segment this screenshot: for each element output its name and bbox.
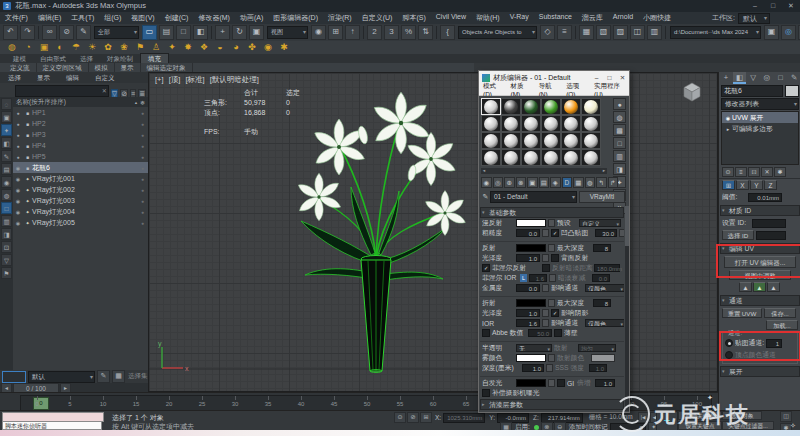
material-name-dropdown[interactable]: 01 - Default xyxy=(490,191,577,203)
material-sample-slot[interactable] xyxy=(481,132,501,149)
explorer-strip-icon[interactable]: ⚑ xyxy=(1,267,12,279)
menu-item[interactable]: 帮助(H) xyxy=(471,13,505,23)
modifier-stack-row[interactable]: ◉UVW 展开 xyxy=(722,112,798,123)
ribbon-tab-4[interactable]: 填充 xyxy=(140,53,169,63)
menu-item[interactable]: V-Ray xyxy=(505,13,534,23)
param-dropdown[interactable]: 自定义 xyxy=(579,219,621,227)
explorer-strip-icon[interactable]: ◧ xyxy=(1,137,12,149)
map-slot-button[interactable] xyxy=(542,319,549,327)
clear-search-icon[interactable]: ✕ xyxy=(102,86,107,96)
ribbon-tool-icon[interactable]: ☂ xyxy=(69,42,83,53)
visibility-icon[interactable]: ● xyxy=(13,154,23,160)
checkbox[interactable]: 补偿摄影机曝光 xyxy=(482,388,582,398)
reset-uvw-button[interactable]: 重置 UVW xyxy=(722,308,762,318)
snap-3d-icon[interactable]: 3 xyxy=(384,25,399,40)
minimize-button[interactable]: – xyxy=(746,2,764,10)
viewport-general-menu[interactable]: [+] xyxy=(155,75,164,84)
stack-tool-icon[interactable]: ⊙ xyxy=(722,167,734,177)
object-name-label[interactable]: VRay灯光003 xyxy=(32,196,75,206)
mat-tool-icon[interactable]: ↰ xyxy=(596,177,607,188)
mat-side-tool-icon[interactable]: ◨ xyxy=(613,163,626,175)
visibility-icon[interactable]: ● xyxy=(13,110,23,116)
viewport-shading-menu[interactable]: [默认明暗处理] xyxy=(210,75,259,84)
material-rollout[interactable]: 清漆层参数 xyxy=(480,399,624,410)
create-tab[interactable]: + xyxy=(719,72,733,84)
explorer-strip-icon[interactable]: ✦ xyxy=(1,124,12,136)
map-slot-button[interactable] xyxy=(549,274,556,282)
frozen-cell-icon[interactable]: ● xyxy=(141,176,144,182)
name-column-header[interactable]: 名称(按升序排序) xyxy=(13,98,134,107)
frozen-cell-icon[interactable]: ● xyxy=(141,110,144,116)
selection-filter-dropdown[interactable]: 全部 xyxy=(94,26,139,39)
checkbox[interactable]: GI xyxy=(557,379,577,387)
ribbon-subtab[interactable]: 定义流 xyxy=(4,63,37,72)
material-sample-slot[interactable] xyxy=(541,98,561,115)
map-slot-button[interactable] xyxy=(542,254,549,262)
ribbon-tool-icon[interactable]: ◍ xyxy=(5,42,19,53)
frozen-cell-icon[interactable]: ● xyxy=(141,198,144,204)
explorer-strip-icon[interactable]: ▤ xyxy=(1,163,12,175)
frozen-cell-icon[interactable]: ● xyxy=(141,209,144,215)
redo-icon[interactable]: ↷ xyxy=(20,25,35,40)
spinner-field[interactable]: 0.0 xyxy=(516,229,540,237)
material-sample-slot[interactable] xyxy=(521,132,541,149)
explorer-strip-icon[interactable]: ◍ xyxy=(1,189,12,201)
checkbox[interactable]: ✓影响阴影 xyxy=(551,308,599,318)
mat-tool-icon[interactable]: ◈ xyxy=(550,177,561,188)
select-object-icon[interactable]: ▭ xyxy=(142,25,157,40)
frozen-cell-icon[interactable]: ● xyxy=(141,154,144,160)
motion-tab[interactable]: ◎ xyxy=(760,72,774,84)
ribbon-tool-icon[interactable]: ❀ xyxy=(117,42,131,53)
ribbon-tool-icon[interactable]: ⚑ xyxy=(133,42,147,53)
modifier-toggle-icon[interactable]: ▸ xyxy=(724,126,732,132)
color-swatch[interactable] xyxy=(516,219,546,227)
material-sample-slot[interactable] xyxy=(561,132,581,149)
maximize-button[interactable]: □ xyxy=(764,2,782,10)
map-slot-button[interactable] xyxy=(548,219,555,227)
load-uvw-button[interactable]: 加载... xyxy=(766,320,798,330)
select-move-icon[interactable]: + xyxy=(215,25,230,40)
explorer-row[interactable]: ●■HP4● xyxy=(13,140,148,151)
rect-region-icon[interactable]: □ xyxy=(176,25,191,40)
object-name-label[interactable]: HP2 xyxy=(32,120,46,127)
preset-dropdown[interactable]: 默认 xyxy=(28,371,95,383)
menu-item[interactable]: Substance xyxy=(534,13,577,23)
close-button[interactable]: ✕ xyxy=(782,2,800,10)
y-coord-field[interactable]: -0.0mm xyxy=(497,413,529,423)
explorer-row[interactable]: ●■HP1● xyxy=(13,107,148,118)
color-swatch[interactable] xyxy=(591,354,615,362)
ribbon-tool-icon[interactable]: ◕ xyxy=(229,42,243,53)
scene-explorer-icon[interactable]: ▦ xyxy=(579,25,594,40)
maxscript-mini-listener[interactable]: 脚本迷你侦听器 xyxy=(2,421,102,430)
named-selection-dropdown[interactable]: Objects Are Objects to xyxy=(458,26,537,39)
mat-side-tool-icon[interactable]: ▥ xyxy=(613,150,626,162)
status-icon[interactable]: ⊘ xyxy=(407,412,419,423)
stack-tool-icon[interactable]: ≡ xyxy=(735,167,747,177)
display-tab[interactable]: □ xyxy=(774,72,788,84)
object-name-label[interactable]: VRay灯光002 xyxy=(32,185,75,195)
explorer-strip-icon[interactable]: ▣ xyxy=(1,111,12,123)
explorer-strip-icon[interactable]: ▽ xyxy=(1,254,12,266)
spinner-field[interactable]: 1.0 xyxy=(589,364,607,372)
spinner-field[interactable]: 1.0 xyxy=(595,379,615,387)
ribbon-tab-1[interactable]: 自由形式 xyxy=(33,54,73,63)
ribbon-tool-icon[interactable]: ✿ xyxy=(101,42,115,53)
spinner-field[interactable]: 8 xyxy=(593,244,611,252)
mat-tool-icon[interactable]: ▤ xyxy=(539,177,550,188)
mat-tool-icon[interactable]: ◎ xyxy=(493,177,504,188)
explorer-strip-icon[interactable]: ◌ xyxy=(1,98,12,110)
material-sample-slot[interactable] xyxy=(481,115,501,132)
window-crossing-icon[interactable]: ◧ xyxy=(193,25,208,40)
material-sample-slot[interactable] xyxy=(501,115,521,132)
menu-item[interactable]: 创建(C) xyxy=(160,13,194,23)
select-link-icon[interactable]: ∞ xyxy=(42,25,57,40)
material-id-rollout[interactable]: 材质 ID xyxy=(720,205,800,216)
set-id-field[interactable] xyxy=(752,219,786,228)
explorer-row[interactable]: ●■HP5● xyxy=(13,151,148,162)
explorer-strip-icon[interactable]: □ xyxy=(1,202,12,214)
edit-uv-rollout[interactable]: 编辑 UV xyxy=(720,243,800,254)
ribbon-tool-icon[interactable]: ◐ xyxy=(53,42,67,53)
mat-tool-icon[interactable]: ↱ xyxy=(608,177,619,188)
map-slot-button[interactable] xyxy=(548,299,555,307)
uv-map-icon[interactable]: ▲ xyxy=(753,282,766,292)
